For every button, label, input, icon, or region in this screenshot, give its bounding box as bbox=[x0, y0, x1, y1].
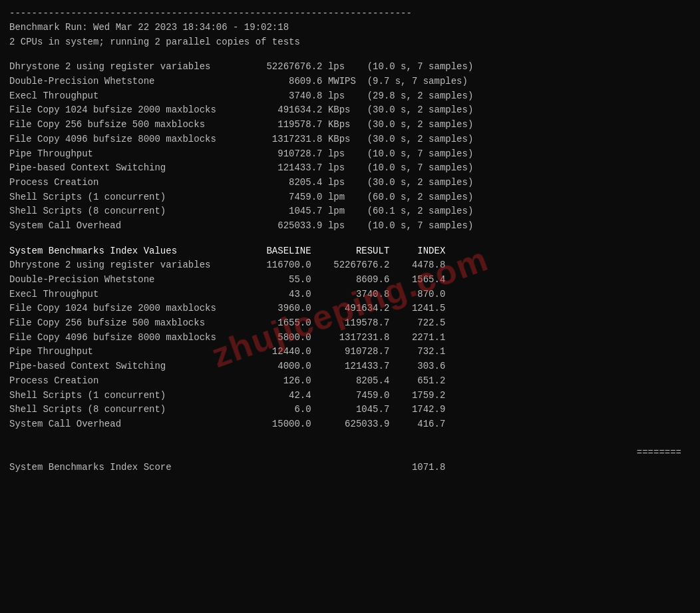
index-benchmark-row: Pipe Throughput 12440.0 910728.7 732.1 bbox=[9, 345, 691, 359]
raw-benchmark-row: Execl Throughput 3740.8 lps (29.8 s, 2 s… bbox=[9, 89, 691, 104]
raw-benchmark-row: System Call Overhead 625033.9 lps (10.0 … bbox=[9, 219, 691, 234]
raw-benchmark-row: Pipe-based Context Switching 121433.7 lp… bbox=[9, 161, 691, 176]
raw-benchmark-row: File Copy 4096 bufsize 8000 maxblocks 13… bbox=[9, 132, 691, 147]
index-benchmark-row: Dhrystone 2 using register variables 116… bbox=[9, 258, 691, 273]
raw-benchmark-row: Pipe Throughput 910728.7 lps (10.0 s, 7 … bbox=[9, 147, 691, 162]
index-header: System Benchmarks Index Values BASELINE … bbox=[9, 244, 691, 259]
index-benchmark-row: Process Creation 126.0 8205.4 651.2 bbox=[9, 374, 691, 389]
raw-benchmarks-section: Dhrystone 2 using register variables 522… bbox=[9, 60, 691, 233]
equals-separator: ======== bbox=[637, 447, 681, 458]
index-benchmarks-section: Dhrystone 2 using register variables 116… bbox=[9, 258, 691, 431]
index-benchmark-row: File Copy 4096 bufsize 8000 maxblocks 58… bbox=[9, 331, 691, 345]
raw-benchmark-row: Process Creation 8205.4 lps (30.0 s, 2 s… bbox=[9, 176, 691, 190]
index-benchmark-row: File Copy 256 bufsize 500 maxblocks 1655… bbox=[9, 316, 691, 331]
score-separator-line: ======== bbox=[9, 432, 691, 461]
header-line1: Benchmark Run: Wed Mar 22 2023 18:34:06 … bbox=[9, 21, 691, 35]
index-benchmark-row: Shell Scripts (1 concurrent) 42.4 7459.0… bbox=[9, 389, 691, 403]
index-benchmark-row: Double-Precision Whetstone 55.0 8609.6 1… bbox=[9, 273, 691, 288]
index-benchmark-row: Shell Scripts (8 concurrent) 6.0 1045.7 … bbox=[9, 403, 691, 417]
index-benchmark-row: Execl Throughput 43.0 3740.8 870.0 bbox=[9, 288, 691, 302]
index-benchmark-row: System Call Overhead 15000.0 625033.9 41… bbox=[9, 417, 691, 432]
raw-benchmark-row: File Copy 1024 bufsize 2000 maxblocks 49… bbox=[9, 103, 691, 118]
raw-benchmark-row: Dhrystone 2 using register variables 522… bbox=[9, 60, 691, 75]
raw-benchmark-row: File Copy 256 bufsize 500 maxblocks 1195… bbox=[9, 118, 691, 132]
raw-benchmark-row: Double-Precision Whetstone 8609.6 MWIPS … bbox=[9, 75, 691, 89]
raw-benchmark-row: Shell Scripts (8 concurrent) 1045.7 lpm … bbox=[9, 204, 691, 219]
index-benchmark-row: Pipe-based Context Switching 4000.0 1214… bbox=[9, 359, 691, 374]
index-benchmark-row: File Copy 1024 bufsize 2000 maxblocks 39… bbox=[9, 302, 691, 316]
header-line2: 2 CPUs in system; running 2 parallel cop… bbox=[9, 35, 691, 50]
separator-top: ----------------------------------------… bbox=[9, 7, 691, 21]
final-score-line: System Benchmarks Index Score 1071.8 bbox=[9, 461, 691, 475]
raw-benchmark-row: Shell Scripts (1 concurrent) 7459.0 lpm … bbox=[9, 190, 691, 205]
